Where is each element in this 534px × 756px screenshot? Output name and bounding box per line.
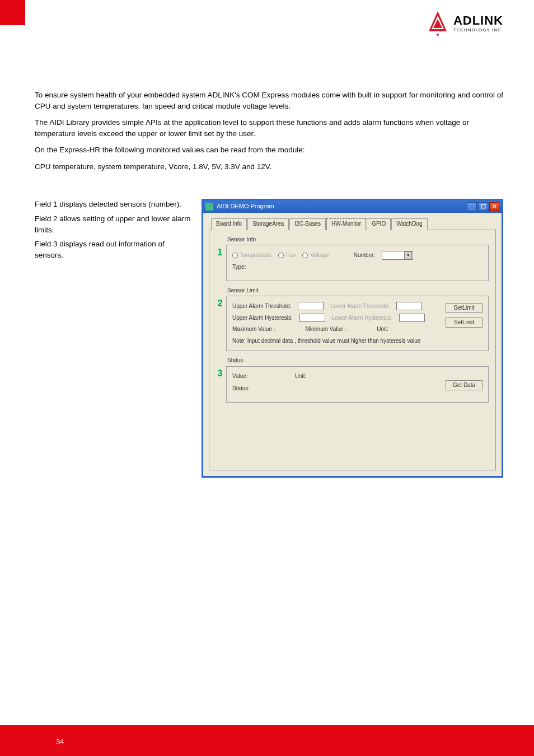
group-sensor-limit-label: Sensor Limit: [227, 287, 489, 295]
minimize-button[interactable]: _: [467, 202, 477, 211]
field-2-desc: Field 2 allows setting of upper and lowe…: [35, 213, 191, 235]
footer-bar: 34: [0, 725, 534, 756]
body-paragraph-1: To ensure system health of your embedded…: [35, 90, 503, 111]
tab-panel: 1 Sensor Info Temperature Fan Voltage Nu…: [209, 230, 496, 470]
upper-hysteresis-label: Upper Alarm Hysteresis:: [232, 314, 293, 323]
body-paragraph-4: CPU temperature, system temperature, Vco…: [35, 161, 503, 172]
callout-3: 3: [216, 367, 224, 380]
get-limit-button[interactable]: GetLimit: [446, 303, 483, 313]
maximize-button[interactable]: ☐: [478, 202, 488, 211]
status-status-label: Status:: [232, 385, 250, 393]
upper-threshold-input[interactable]: [298, 302, 324, 310]
logo-mark-icon: [427, 10, 449, 37]
group-sensor-info: Temperature Fan Voltage Number: ▼ Type:: [226, 245, 489, 281]
field-descriptions: Field 1 displays detected sensors (numbe…: [35, 199, 191, 478]
lower-threshold-input[interactable]: [396, 302, 422, 310]
status-value-label: Value:: [232, 372, 248, 381]
tab-hw-monitor[interactable]: HW-Monitor: [326, 218, 366, 230]
type-label: Type:: [232, 263, 246, 272]
field-3-desc: Field 3 displays read out information of…: [35, 239, 191, 260]
lower-hysteresis-input[interactable]: [399, 314, 425, 322]
tab-board-info[interactable]: Board Info: [211, 218, 247, 230]
lower-threshold-label: Lower Alarm Threshold:: [330, 302, 389, 311]
red-corner-stripe: [0, 0, 25, 25]
tab-gpio[interactable]: GPIO: [367, 218, 391, 230]
field-1-desc: Field 1 displays detected sensors (numbe…: [35, 199, 191, 210]
tab-watchdog[interactable]: WatchDog: [391, 218, 427, 230]
tab-i2c-buses[interactable]: I2C-Buses: [289, 218, 326, 230]
logo-text-line1: ADLINK: [453, 15, 503, 27]
page-number: 34: [56, 738, 64, 746]
get-data-button[interactable]: Get Data: [446, 380, 483, 390]
tab-storage-area[interactable]: StorageArea: [247, 218, 289, 230]
upper-threshold-label: Upper Alarm Threshold:: [232, 302, 291, 311]
tab-strip: Board Info StorageArea I2C-Buses HW-Moni…: [203, 213, 502, 230]
callout-1: 1: [216, 246, 224, 259]
svg-point-3: [437, 34, 439, 36]
window-titlebar[interactable]: AIDI DEMO Program _ ☐ ✕: [203, 200, 502, 213]
radio-voltage[interactable]: Voltage: [302, 251, 329, 260]
radio-fan[interactable]: Fan: [278, 251, 296, 260]
body-paragraph-3: On the Express-HR the following monitore…: [35, 144, 503, 156]
window-title: AIDI DEMO Program: [217, 202, 467, 211]
chevron-down-icon: ▼: [404, 251, 412, 259]
body-paragraph-2: The AIDI Library provides simple APIs at…: [35, 117, 503, 139]
app-icon: [205, 203, 213, 211]
set-limit-button[interactable]: SetLimit: [446, 318, 483, 328]
group-status: Get Data Value: Unit: Status:: [226, 366, 489, 403]
radio-temperature[interactable]: Temperature: [232, 251, 271, 260]
callout-2: 2: [216, 297, 224, 310]
lower-hysteresis-label: Lower Alarm Hysteresis:: [332, 314, 392, 323]
limit-note: Note: Input decimal data , threshold val…: [232, 337, 438, 346]
page-content: To ensure system health of your embedded…: [35, 90, 503, 478]
status-unit-label: Unit:: [295, 372, 307, 381]
close-button[interactable]: ✕: [489, 202, 499, 211]
logo: ADLINK TECHNOLOGY INC.: [427, 10, 503, 37]
min-value-label: Minimum Value :: [306, 325, 347, 334]
max-value-label: Maximum Value :: [232, 325, 275, 334]
group-sensor-limit: GetLimit SetLimit Upper Alarm Threshold:…: [226, 296, 489, 351]
group-sensor-info-label: Sensor Info: [227, 236, 489, 244]
number-dropdown[interactable]: ▼: [382, 251, 413, 260]
app-window: AIDI DEMO Program _ ☐ ✕ Board Info Stora…: [202, 199, 503, 478]
limit-unit-label: Unit:: [377, 325, 388, 334]
number-label: Number:: [354, 251, 375, 260]
group-status-label: Status: [227, 357, 489, 365]
logo-text-line2: TECHNOLOGY INC.: [453, 28, 503, 32]
upper-hysteresis-input[interactable]: [299, 314, 325, 322]
